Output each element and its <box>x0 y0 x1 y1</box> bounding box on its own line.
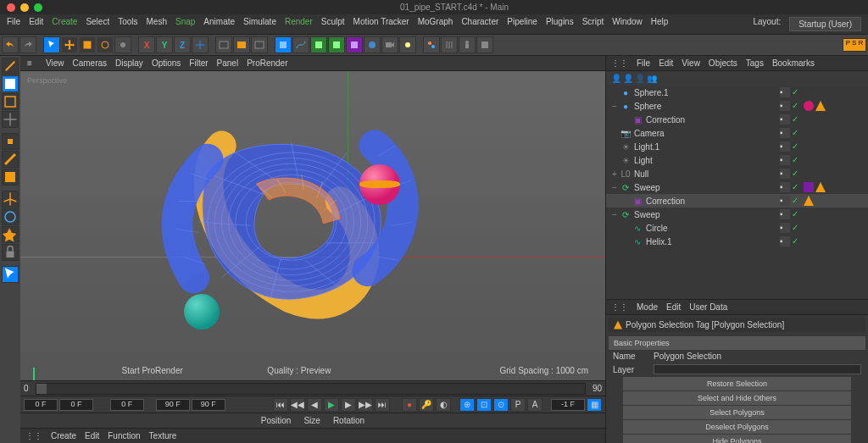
viewport[interactable]: Perspective <box>20 71 605 380</box>
vm-cameras[interactable]: Cameras <box>73 58 108 68</box>
menu-help[interactable]: Help <box>651 17 669 31</box>
frame-start-project[interactable]: 0 F <box>24 399 58 411</box>
am-mode[interactable]: Mode <box>637 302 658 312</box>
menu-file[interactable]: File <box>7 17 20 31</box>
frame-end-preview[interactable]: 90 F <box>156 399 190 411</box>
vm-view[interactable]: View <box>46 58 64 68</box>
goto-nextkey[interactable]: ▶▶ <box>358 398 373 412</box>
mat-texture[interactable]: Texture <box>149 431 177 440</box>
layout-selector[interactable]: Startup (User) <box>789 17 861 31</box>
am-edit[interactable]: Edit <box>666 302 681 312</box>
attr-btn-restore-selection[interactable]: Restore Selection <box>623 377 851 390</box>
frame-end-project[interactable]: 90 F <box>192 399 225 411</box>
redo-btn[interactable] <box>19 36 36 53</box>
workplane[interactable] <box>2 111 19 128</box>
texture-axis[interactable] <box>2 93 19 110</box>
mograph-btn[interactable] <box>423 36 440 53</box>
key-pla[interactable]: A <box>527 398 542 412</box>
goto-prevkey[interactable]: ◀◀ <box>290 398 305 412</box>
attr-btn-deselect-polygons[interactable]: Deselect Polygons <box>623 420 851 434</box>
om-bookmarks[interactable]: Bookmarks <box>772 58 815 68</box>
menu-motiontracker[interactable]: Motion Tracker <box>353 17 409 31</box>
key-rot[interactable]: ⊙ <box>493 398 509 412</box>
frame-step[interactable]: -1 F <box>551 399 585 411</box>
select-tool[interactable] <box>43 36 60 53</box>
mat-create[interactable]: Create <box>51 431 76 440</box>
add-deformer[interactable] <box>346 36 363 53</box>
hair-btn[interactable] <box>441 36 458 53</box>
menu-edit[interactable]: Edit <box>29 17 43 31</box>
obj-row-light-1[interactable]: ☀Light.1▪✓ <box>606 140 868 153</box>
frame-start-preview[interactable]: 0 F <box>59 399 93 411</box>
axis-z-toggle[interactable]: Z <box>174 36 191 53</box>
key-sel[interactable]: ◐ <box>436 398 451 412</box>
menu-simulate[interactable]: Simulate <box>243 17 276 31</box>
axis-mode[interactable] <box>2 191 19 208</box>
menu-select[interactable]: Select <box>86 17 109 31</box>
menu-window[interactable]: Window <box>612 17 643 31</box>
obj-row-null[interactable]: +L0Null▪✓ <box>606 167 868 180</box>
obj-row-circle[interactable]: ∿Circle▪✓ <box>606 221 868 235</box>
vm-display[interactable]: Display <box>115 58 143 68</box>
add-generator2[interactable] <box>328 36 345 53</box>
om-tags[interactable]: Tags <box>746 58 764 68</box>
render-view[interactable] <box>215 36 232 53</box>
obj-row-sphere-1[interactable]: ●Sphere.1▪✓ <box>606 86 868 99</box>
model-mode[interactable] <box>2 75 19 92</box>
tweak-mode[interactable] <box>2 266 19 283</box>
mat-edit[interactable]: Edit <box>85 431 99 440</box>
render-settings[interactable] <box>251 36 268 53</box>
coord-sys[interactable] <box>192 36 209 53</box>
menu-create[interactable]: Create <box>52 17 77 31</box>
menu-snap[interactable]: Snap <box>175 17 195 31</box>
obj-row-sphere[interactable]: −●Sphere▪✓ <box>606 99 868 113</box>
prev-frame[interactable]: ◀ <box>307 398 322 412</box>
key-scale[interactable]: ⊡ <box>476 398 492 412</box>
psr-toggle[interactable]: P S R <box>843 38 866 52</box>
move-tool[interactable] <box>61 36 78 53</box>
obj-row-correction[interactable]: ▣Correction▪✓ <box>606 194 868 208</box>
point-mode[interactable] <box>2 133 19 150</box>
add-generator[interactable] <box>310 36 327 53</box>
key-param[interactable]: P <box>510 398 526 412</box>
object-manager[interactable]: ●Sphere.1▪✓−●Sphere▪✓▣Correction▪✓📷Camer… <box>606 86 868 299</box>
menu-sculpt[interactable]: Sculpt <box>321 17 345 31</box>
add-environment[interactable] <box>364 36 381 53</box>
attr-btn-select-polygons[interactable]: Select Polygons <box>623 406 851 419</box>
om-objects[interactable]: Objects <box>709 58 737 68</box>
attr-btn-select-and-hide-others[interactable]: Select and Hide Others <box>623 391 851 405</box>
edge-mode[interactable] <box>2 151 19 168</box>
vm-options[interactable]: Options <box>152 58 181 68</box>
maximize-btn[interactable] <box>34 3 42 12</box>
axis-y-toggle[interactable]: Y <box>156 36 173 53</box>
obj-row-helix-1[interactable]: ∿Helix.1▪✓ <box>606 235 868 248</box>
autokey[interactable]: 🔑 <box>419 398 434 412</box>
poly-mode[interactable] <box>2 169 19 186</box>
menu-script[interactable]: Script <box>582 17 604 31</box>
scale-tool[interactable] <box>79 36 96 53</box>
attr-section-header[interactable]: Basic Properties <box>609 336 865 350</box>
undo-btn[interactable] <box>2 36 19 53</box>
rotate-tool[interactable] <box>97 36 114 53</box>
vm-panel[interactable]: Panel <box>217 58 239 68</box>
viewport-solo[interactable] <box>2 208 19 225</box>
locked[interactable] <box>2 244 19 261</box>
add-camera[interactable] <box>381 36 398 53</box>
om-edit[interactable]: Edit <box>659 58 673 68</box>
close-btn[interactable] <box>7 3 15 12</box>
play-fwd[interactable]: ▶ <box>324 398 339 412</box>
menu-character[interactable]: Character <box>461 17 498 31</box>
tag-btn[interactable] <box>476 36 493 53</box>
frame-current[interactable]: 0 F <box>110 399 144 411</box>
menu-mesh[interactable]: Mesh <box>147 17 167 31</box>
filter-icon[interactable]: 👤 <box>623 74 633 83</box>
filter-icon[interactable]: 👤 <box>635 74 645 83</box>
am-userdata[interactable]: User Data <box>689 302 727 312</box>
menu-tools[interactable]: Tools <box>118 17 137 31</box>
attr-btn-hide-polygons[interactable]: Hide Polygons <box>623 435 851 443</box>
mat-function[interactable]: Function <box>108 431 140 440</box>
timeline[interactable]: 0 90 <box>20 380 605 396</box>
goto-start[interactable]: ⏮ <box>273 398 288 412</box>
obj-row-camera[interactable]: 📷Camera▪✓ <box>606 126 868 140</box>
add-spline[interactable] <box>292 36 309 53</box>
